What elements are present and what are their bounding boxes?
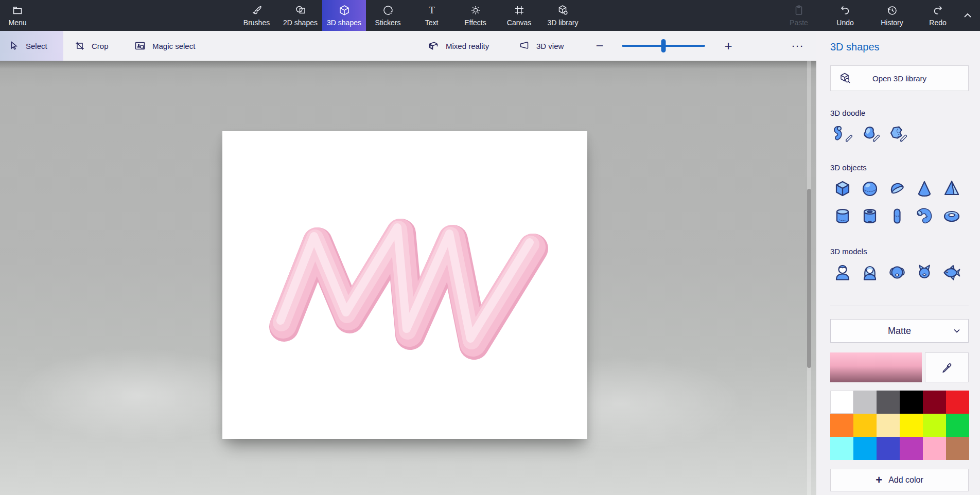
tab-label: 3D shapes xyxy=(327,19,361,27)
undo-button[interactable]: Undo xyxy=(827,0,864,31)
tab-2d-shapes[interactable]: 2D shapes xyxy=(278,0,322,31)
cat-model-button[interactable] xyxy=(914,262,935,283)
tab-label: 2D shapes xyxy=(283,19,318,27)
capsule-shape-button[interactable] xyxy=(887,206,907,226)
zoom-out-button[interactable]: − xyxy=(590,31,609,61)
tab-3d-shapes[interactable]: 3D shapes xyxy=(322,0,366,31)
text-icon: T xyxy=(426,4,438,16)
add-color-button[interactable]: + Add color xyxy=(830,469,969,491)
sphere-shape-button[interactable] xyxy=(860,179,880,199)
palette-color[interactable] xyxy=(923,391,946,414)
palette-color[interactable] xyxy=(853,437,877,460)
palette-color[interactable] xyxy=(877,391,900,414)
palette-color[interactable] xyxy=(923,437,946,460)
palette-color[interactable] xyxy=(830,437,853,460)
3d-shapes-panel: 3D shapes Open 3D library 3D doodle xyxy=(816,31,980,495)
history-button[interactable]: History xyxy=(872,0,912,31)
chevron-up-icon xyxy=(962,10,973,21)
palette-color[interactable] xyxy=(900,414,923,437)
tab-effects[interactable]: Effects xyxy=(453,0,497,31)
palette-color[interactable] xyxy=(946,391,969,414)
man-model-button[interactable] xyxy=(832,262,853,283)
paste-button[interactable]: Paste xyxy=(780,0,817,31)
more-options-button[interactable]: ··· xyxy=(786,31,810,61)
palette-color[interactable] xyxy=(900,437,923,460)
palette-color[interactable] xyxy=(853,414,877,437)
doughnut-shape-button[interactable] xyxy=(941,206,962,226)
curved-tube-shape-button[interactable] xyxy=(914,206,935,226)
crop-button[interactable]: Crop xyxy=(69,31,114,61)
drawing-canvas[interactable] xyxy=(222,131,587,439)
3d-view-button[interactable]: 3D view xyxy=(513,31,569,61)
palette-color[interactable] xyxy=(853,391,877,414)
current-color-swatch[interactable] xyxy=(830,352,922,382)
workspace-scrollbar-thumb[interactable] xyxy=(807,189,811,368)
mixed-reality-button[interactable]: Mixed reality xyxy=(422,31,494,61)
eyedropper-button[interactable] xyxy=(925,352,969,382)
cone-shape-button[interactable] xyxy=(914,179,935,199)
tab-canvas[interactable]: Canvas xyxy=(497,0,541,31)
current-color-row xyxy=(830,352,969,382)
woman-model-button[interactable] xyxy=(860,262,880,283)
fish-model-button[interactable] xyxy=(941,262,962,283)
objects-row-2 xyxy=(832,206,969,226)
palette-color[interactable] xyxy=(900,391,923,414)
palette-color[interactable] xyxy=(877,414,900,437)
workspace[interactable] xyxy=(0,61,816,495)
stickers-icon xyxy=(382,4,394,16)
magic-select-label: Magic select xyxy=(152,42,195,50)
undo-icon xyxy=(839,4,851,16)
palette-color[interactable] xyxy=(923,414,946,437)
zoom-slider-thumb[interactable] xyxy=(661,39,666,52)
material-dropdown[interactable]: Matte xyxy=(830,319,969,343)
cylinder-shape-button[interactable] xyxy=(832,206,853,226)
tab-label: Brushes xyxy=(243,19,270,27)
tab-3d-library[interactable]: 3D library xyxy=(541,0,585,31)
dog-model-button[interactable] xyxy=(887,262,907,283)
3d-library-icon xyxy=(557,4,569,16)
mixed-reality-icon xyxy=(427,40,440,52)
tab-label: Text xyxy=(425,19,439,27)
history-label: History xyxy=(881,19,903,27)
zoom-in-button[interactable]: + xyxy=(719,31,738,61)
menu-icon xyxy=(11,4,24,16)
palette-color[interactable] xyxy=(946,414,969,437)
tab-label: Canvas xyxy=(507,19,531,27)
pink-squiggle-3d-doodle[interactable] xyxy=(222,131,587,439)
zoom-slider xyxy=(617,31,710,61)
tube-shape-button[interactable] xyxy=(860,206,880,226)
sharp-edge-doodle-button[interactable] xyxy=(887,124,907,145)
palette-color[interactable] xyxy=(830,414,853,437)
open-3d-library-button[interactable]: Open 3D library xyxy=(830,65,969,91)
palette-color[interactable] xyxy=(946,437,969,460)
hemisphere-shape-button[interactable] xyxy=(887,179,907,199)
collapse-ribbon-button[interactable] xyxy=(957,0,978,31)
tab-stickers[interactable]: Stickers xyxy=(366,0,410,31)
tab-brushes[interactable]: Brushes xyxy=(235,0,278,31)
history-icon xyxy=(886,4,898,16)
palette-color[interactable] xyxy=(877,437,900,460)
magic-select-button[interactable]: Magic select xyxy=(129,31,200,61)
select-button[interactable]: Select xyxy=(0,31,63,61)
section-3d-models: 3D models xyxy=(830,247,969,256)
ribbon-tabs: Brushes 2D shapes 3D shapes xyxy=(235,0,585,31)
tab-text[interactable]: T Text xyxy=(410,0,453,31)
panel-divider xyxy=(830,306,969,306)
objects-row-1 xyxy=(832,179,969,199)
3d-view-label: 3D view xyxy=(536,42,564,50)
redo-button[interactable]: Redo xyxy=(919,0,956,31)
magic-select-icon xyxy=(134,40,146,52)
workspace-scrollbar[interactable] xyxy=(807,61,811,495)
cube-shape-button[interactable] xyxy=(832,179,853,199)
tube-doodle-button[interactable] xyxy=(832,124,853,145)
plus-icon: + xyxy=(876,474,882,486)
zoom-slider-track[interactable] xyxy=(622,45,705,47)
color-palette xyxy=(830,391,969,460)
topbar-actions: Paste Undo History xyxy=(780,0,956,31)
menu-button[interactable]: Menu xyxy=(3,0,32,31)
palette-color[interactable] xyxy=(830,391,853,414)
paste-icon xyxy=(793,4,805,16)
pyramid-shape-button[interactable] xyxy=(941,179,962,199)
section-3d-objects: 3D objects xyxy=(830,163,969,172)
soft-edge-doodle-button[interactable] xyxy=(860,124,880,145)
